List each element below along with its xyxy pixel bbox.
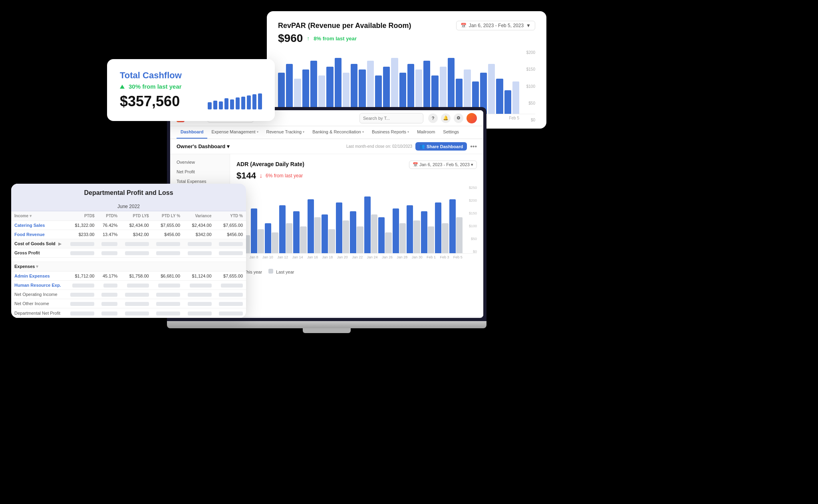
adr-bar-group: [336, 202, 349, 254]
tab-mailroom[interactable]: Mailroom: [413, 126, 439, 139]
revpar-title: RevPAR (Revenue per Available Room): [278, 22, 411, 30]
net-other-income-row: Net Other Income: [11, 299, 246, 308]
catering-sales-link[interactable]: Catering Sales: [14, 223, 45, 228]
skeleton: [219, 312, 243, 315]
adr-bar-group: [449, 199, 463, 253]
cashflow-title: Total Cashflow: [120, 70, 262, 81]
app-nav: Dashboard Expense Management ▾ Revenue T…: [170, 126, 483, 139]
skeleton: [158, 284, 180, 288]
chevron-down-icon: ▾: [362, 130, 364, 134]
col-ptd-ly-pct: PTD LY %: [152, 211, 183, 221]
adr-value: $144: [236, 171, 256, 181]
more-options-icon[interactable]: •••: [470, 143, 477, 150]
revpar-pct: 8% from last year: [314, 36, 357, 42]
tab-banking[interactable]: Banking & Reconciliation ▾: [308, 126, 368, 139]
adr-bar-group: [421, 211, 435, 253]
skeleton: [188, 312, 212, 315]
hr-expenses-link[interactable]: Human Resource Exp.: [14, 283, 61, 288]
chevron-down-icon: ▾: [471, 162, 473, 167]
adr-chart: $250$200$150$100$50$0 Jan 6Jan 8Jan 10Ja…: [236, 186, 477, 266]
share-dashboard-button[interactable]: 👥 Share Dashboard: [415, 142, 467, 151]
laptop-base: [167, 321, 486, 328]
dropdown-arrow-icon: ▾: [227, 143, 230, 149]
skeleton: [219, 242, 243, 246]
departmental-net-profit-row: Departmental Net Profit: [11, 308, 246, 317]
adr-bar-this-year: [364, 196, 371, 254]
skeleton: [156, 293, 180, 297]
adr-bar-last-year: [371, 214, 377, 254]
adr-bar-this-year: [378, 217, 385, 253]
skeleton: [125, 251, 149, 255]
adr-bar-this-year: [322, 214, 328, 254]
food-revenue-link[interactable]: Food Revenue: [14, 232, 45, 237]
tab-revenue-tracking[interactable]: Revenue Tracking ▾: [262, 126, 309, 139]
tab-dashboard[interactable]: Dashboard: [177, 126, 207, 139]
help-icon[interactable]: ?: [428, 113, 438, 123]
adr-bar-group: [407, 205, 420, 253]
adr-bar-last-year: [357, 226, 363, 254]
table-row: Food Revenue $233.00 13.47% $342.00 $456…: [11, 230, 246, 239]
adr-bar-group: [435, 202, 449, 254]
adr-x-labels: Jan 6Jan 8Jan 10Jan 12Jan 14Jan 16Jan 18…: [236, 255, 477, 259]
revpar-value: $960: [278, 32, 303, 45]
bell-icon[interactable]: 🔔: [441, 113, 451, 123]
revpar-bar: [310, 61, 317, 114]
adr-y-labels: $250$200$150$100$50$0: [463, 186, 477, 254]
adr-bar-group: [364, 196, 378, 254]
adr-bar-this-year: [421, 211, 427, 253]
tab-business-reports[interactable]: Business Reports ▾: [368, 126, 413, 139]
skeleton: [125, 293, 149, 297]
tab-expense-mgmt[interactable]: Expense Management ▾: [207, 126, 262, 139]
skeleton: [188, 251, 212, 255]
adr-bar-last-year: [314, 217, 321, 253]
adr-bar-this-year: [393, 208, 399, 254]
admin-expenses-link[interactable]: Admin Expenses: [14, 274, 50, 278]
adr-bar-last-year: [343, 220, 349, 254]
expand-icon[interactable]: ▶: [58, 242, 62, 246]
dashboard-main: ADR (Average Daily Rate) 📅 Jan 6, 2023 -…: [230, 154, 483, 316]
skeleton: [156, 251, 180, 255]
chart-legend: This year Last year: [236, 269, 477, 274]
adr-bar-last-year: [272, 232, 278, 254]
adr-bar-group: [378, 217, 392, 253]
adr-date-btn[interactable]: 📅 Jan 6, 2023 - Feb 5, 2023 ▾: [409, 161, 477, 169]
skeleton: [125, 302, 149, 306]
col-variance: Variance: [183, 211, 214, 221]
sidebar-item-overview[interactable]: Overview: [170, 157, 230, 167]
revpar-date-btn[interactable]: 📅 Jan 6, 2023 - Feb 5, 2023 ▼: [456, 21, 535, 30]
sidebar-item-net-profit[interactable]: Net Profit: [170, 167, 230, 177]
spacer-row: [11, 258, 246, 262]
adr-bar-group: [308, 199, 321, 253]
skeleton: [125, 312, 149, 315]
revpar-bar: [367, 61, 374, 114]
adr-bar-last-year: [456, 217, 463, 253]
skeleton: [101, 302, 117, 306]
adr-bar-group: [350, 211, 363, 253]
gear-icon[interactable]: ⚙: [454, 113, 463, 123]
chevron-down-icon: ▾: [257, 130, 258, 134]
adr-bar-last-year: [300, 226, 306, 254]
pnl-title: Departmental Profit and Loss: [11, 184, 246, 202]
skeleton: [70, 302, 94, 306]
revpar-bar: [351, 64, 357, 114]
pnl-card: Departmental Profit and Loss June 2022 I…: [11, 184, 246, 318]
adr-bar-last-year: [399, 223, 406, 253]
adr-bar-last-year: [413, 220, 420, 254]
table-row: Admin Expenses $1,712.00 45.17% $1,758.0…: [11, 272, 246, 281]
search-input[interactable]: [359, 113, 423, 123]
adr-bar-last-year: [286, 223, 292, 253]
revpar-bar: [496, 79, 503, 114]
close-info: Last month-end close on: 02/10/2023: [346, 144, 412, 149]
legend-this-year-label: This year: [244, 270, 262, 274]
expenses-section-row: Expenses ▾: [11, 262, 246, 272]
revpar-bar: [488, 64, 495, 114]
legend-last-year-dot: [268, 269, 273, 274]
table-row: Human Resource Exp.: [11, 281, 246, 290]
col-ptd: PTD$: [66, 211, 97, 221]
avatar[interactable]: [467, 113, 477, 123]
net-operating-income-row: Net Operating Income: [11, 290, 246, 299]
tab-settings[interactable]: Settings: [439, 126, 463, 139]
cashflow-amount: $357,560: [120, 93, 180, 110]
skeleton: [221, 284, 243, 288]
legend-last-year-label: Last year: [276, 270, 294, 274]
